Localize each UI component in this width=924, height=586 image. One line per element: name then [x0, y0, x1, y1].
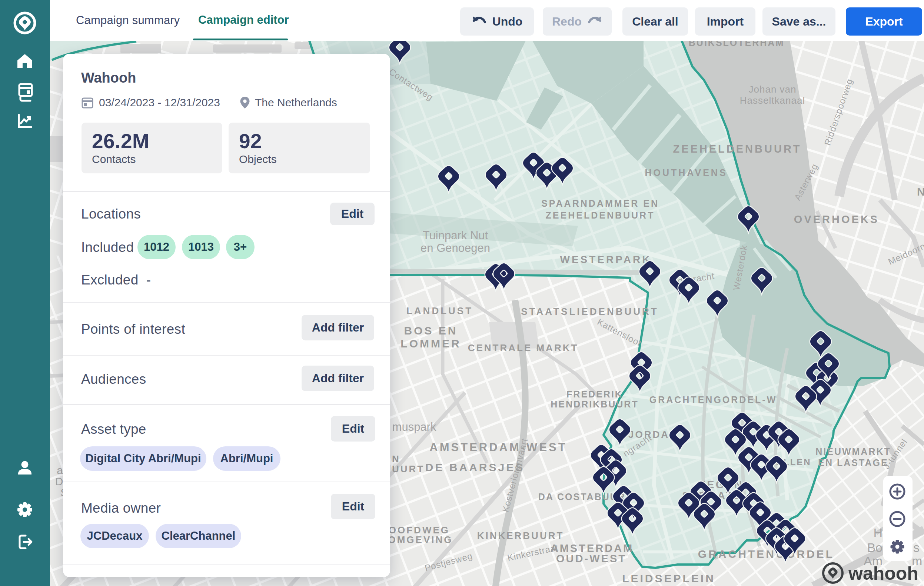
svg-text:HENDRIKBUURT: HENDRIKBUURT	[551, 399, 639, 409]
svg-text:GRACHTENGORDEL-W: GRACHTENGORDEL-W	[650, 395, 777, 405]
svg-text:AMSTERDAM-WEST: AMSTERDAM-WEST	[429, 441, 567, 454]
svg-text:FREDERIK: FREDERIK	[566, 389, 623, 399]
svg-text:NIEUWMARKT: NIEUWMARKT	[815, 446, 891, 457]
svg-text:EN LASTAGE: EN LASTAGE	[818, 457, 888, 468]
svg-text:ZEEHELDENBUURT: ZEEHELDENBUURT	[673, 143, 801, 155]
svg-text:GRACHTENGORDEL: GRACHTENGORDEL	[698, 548, 834, 560]
svg-text:N: N	[392, 453, 401, 464]
svg-text:UURT: UURT	[392, 464, 424, 474]
svg-text:Johan van: Johan van	[749, 84, 797, 95]
svg-text:DE BAARSJES: DE BAARSJES	[425, 461, 525, 474]
svg-text:SPAARNDAMMER EN: SPAARNDAMMER EN	[541, 198, 659, 208]
svg-text:LOMMER: LOMMER	[401, 337, 461, 350]
svg-text:wahooh: wahooh	[848, 563, 919, 584]
svg-text:ZEEHELDENBUURT: ZEEHELDENBUURT	[546, 210, 655, 220]
svg-text:WESTERPARK: WESTERPARK	[560, 254, 651, 265]
svg-text:s: s	[913, 540, 919, 555]
svg-text:Tuinpark Nut: Tuinpark Nut	[423, 229, 488, 242]
svg-text:LEIDSEPLEIN: LEIDSEPLEIN	[622, 572, 715, 584]
svg-text:OUD-WEST: OUD-WEST	[556, 553, 627, 565]
svg-text:muspark: muspark	[392, 421, 436, 433]
svg-text:en Genoegen: en Genoegen	[421, 241, 490, 254]
svg-text:BUIKSLOTERHAM: BUIKSLOTERHAM	[689, 41, 784, 48]
svg-text:KINKERBUURT: KINKERBUURT	[477, 530, 564, 541]
svg-text:H: H	[873, 526, 883, 540]
svg-text:STAATSLIEDENBUURT: STAATSLIEDENBUURT	[521, 306, 658, 317]
svg-text:BOS EN: BOS EN	[404, 325, 457, 337]
svg-text:OVERHOEKS: OVERHOEKS	[794, 213, 879, 225]
svg-text:CENTRALE MARKT: CENTRALE MARKT	[468, 342, 579, 353]
svg-text:HOUTHAVENS: HOUTHAVENS	[645, 167, 727, 178]
svg-text:Noo: Noo	[917, 186, 924, 198]
svg-text:Bo: Bo	[867, 540, 883, 555]
svg-text:Hasseltkanaal: Hasseltkanaal	[740, 95, 805, 106]
svg-text:LANDLUST: LANDLUST	[406, 305, 473, 316]
